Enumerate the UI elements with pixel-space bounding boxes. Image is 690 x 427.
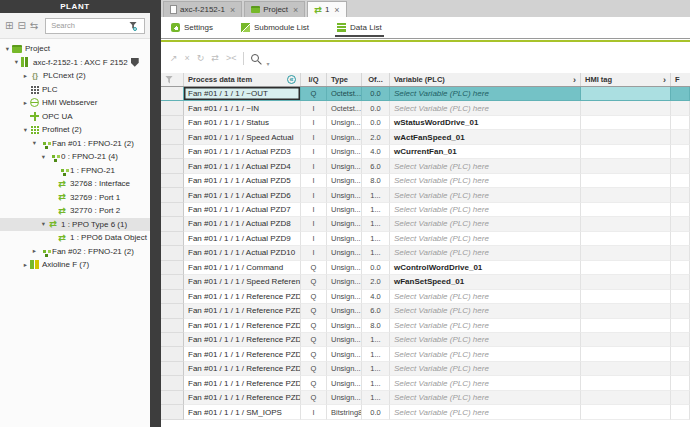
variable-plc-cell[interactable]: Select Variable (PLC) here [390,333,581,347]
type-cell[interactable]: Unsign... [327,376,362,390]
process-data-item-cell[interactable]: Fan #01 / 1 / 1 / Reference PZD5 [184,319,301,333]
process-data-item-cell[interactable]: Fan #01 / 1 / 1 / ~IN [184,101,301,115]
offset-cell[interactable]: 6.0 [362,304,390,318]
tab-1[interactable]: ⇄1× [307,1,346,17]
hmi-tag-cell[interactable] [581,275,671,289]
type-cell[interactable]: Unsign... [327,145,362,159]
search-options-caret-icon[interactable]: ▾ [266,60,269,67]
hmi-tag-cell[interactable] [581,174,671,188]
tree-item-opc-ua[interactable]: OPC UA [0,110,150,124]
type-cell[interactable]: Unsign... [327,116,362,130]
iq-cell[interactable]: I [301,405,327,419]
offset-cell[interactable]: 0.0 [362,87,390,101]
tree-search-input[interactable]: Search [45,18,145,34]
iq-cell[interactable]: Q [301,261,327,275]
type-cell[interactable]: Octetst... [327,101,362,115]
row-header-cell[interactable] [161,275,184,289]
row-header-cell[interactable] [161,246,184,260]
variable-plc-cell[interactable]: Select Variable (PLC) here [390,101,581,115]
panel-splitter[interactable] [150,0,161,427]
hmi-tag-cell[interactable] [581,217,671,231]
iq-cell[interactable]: Q [301,376,327,390]
row-header-cell[interactable] [161,159,184,173]
row-header-cell[interactable] [161,290,184,304]
tree-item-profinet[interactable]: ▾Profinet (2) [0,123,150,137]
offset-cell[interactable]: 1... [362,347,390,361]
row-header-cell[interactable] [161,87,184,101]
type-cell[interactable]: Unsign... [327,174,362,188]
offset-cell[interactable]: 1... [362,232,390,246]
iq-cell[interactable]: I [301,145,327,159]
offset-cell[interactable]: 8.0 [362,319,390,333]
row-header-cell[interactable] [161,376,184,390]
type-cell[interactable]: Octetst... [327,87,362,101]
type-cell[interactable]: Unsign... [327,362,362,376]
offset-cell[interactable]: 8.0 [362,174,390,188]
row-header-cell[interactable] [161,232,184,246]
function-text-cell[interactable] [671,130,690,144]
row-header-cell[interactable] [161,217,184,231]
process-data-item-cell[interactable]: Fan #01 / 1 / 1 / Actual PZD6 [184,188,301,202]
close-icon[interactable]: × [230,5,235,15]
offset-cell[interactable]: 2.0 [362,130,390,144]
tree-item-plcnext[interactable]: ▸{}PLCnext (2) [0,69,150,83]
hmi-tag-cell[interactable] [581,145,671,159]
type-cell[interactable]: Unsign... [327,232,362,246]
variable-plc-cell[interactable]: Select Variable (PLC) here [390,319,581,333]
iq-cell[interactable]: I [301,159,327,173]
variable-plc-cell[interactable]: wStatusWordDrive_01 [390,116,581,130]
expander-icon[interactable]: ▸ [30,247,39,255]
offset-cell[interactable]: 1... [362,188,390,202]
function-text-cell[interactable] [671,232,690,246]
expander-icon[interactable]: ▾ [12,58,21,66]
type-cell[interactable]: Unsign... [327,130,362,144]
function-text-cell[interactable] [671,362,690,376]
variable-plc-cell[interactable]: Select Variable (PLC) here [390,203,581,217]
function-text-cell[interactable] [671,290,690,304]
row-header-cell[interactable] [161,362,184,376]
offset-cell[interactable]: 0.0 [362,405,390,419]
row-header-cell[interactable] [161,145,184,159]
row-header-cell[interactable] [161,203,184,217]
type-cell[interactable]: Unsign... [327,391,362,405]
process-data-item-cell[interactable]: Fan #01 / 1 / 1 / SM_IOPS [184,405,301,419]
variable-plc-cell[interactable]: Select Variable (PLC) here [390,376,581,390]
expander-icon[interactable]: ▾ [39,220,48,228]
hmi-tag-cell[interactable] [581,87,671,101]
iq-cell[interactable]: Q [301,347,327,361]
process-data-item-cell[interactable]: Fan #01 / 1 / 1 / Actual PZD4 [184,159,301,173]
process-data-item-cell[interactable]: Fan #01 / 1 / 1 / Reference PZD7 [184,347,301,361]
function-text-cell[interactable] [671,217,690,231]
type-cell[interactable]: Unsign... [327,319,362,333]
function-text-cell[interactable] [671,145,690,159]
subtab-data-list[interactable]: Data List [337,17,382,38]
collapse-columns-icon[interactable]: « [287,75,296,84]
expand-column-icon[interactable]: › [663,75,666,85]
row-header-cell[interactable] [161,405,184,419]
row-header-cell[interactable] [161,101,184,115]
hmi-tag-cell[interactable] [581,319,671,333]
iq-cell[interactable]: Q [301,391,327,405]
hmi-tag-cell[interactable] [581,333,671,347]
column-header-function-text[interactable]: F [671,73,690,86]
variable-plc-cell[interactable]: Select Variable (PLC) here [390,188,581,202]
process-data-item-cell[interactable]: Fan #01 / 1 / 1 / Actual PZD10 [184,246,301,260]
function-text-cell[interactable] [671,87,690,101]
expand-column-icon[interactable]: › [573,75,576,85]
offset-cell[interactable]: 0.0 [362,101,390,115]
tab-axc-f-2152-1[interactable]: axc-f-2152-1× [163,1,242,17]
iq-cell[interactable]: I [301,188,327,202]
hmi-tag-cell[interactable] [581,362,671,376]
tree-item-ppo6-data-object[interactable]: ⇄1 : PPO6 Data Object [0,231,150,245]
function-text-cell[interactable] [671,159,690,173]
hmi-tag-cell[interactable] [581,391,671,405]
offset-cell[interactable]: 1... [362,246,390,260]
iq-cell[interactable]: Q [301,362,327,376]
expand-all-icon[interactable]: ⊞ [5,21,13,31]
type-cell[interactable]: Bitstring8 [327,405,362,419]
variable-plc-cell[interactable]: wFanSetSpeed_01 [390,275,581,289]
expander-icon[interactable]: ▸ [21,72,30,80]
expander-icon[interactable]: ▸ [21,99,30,107]
process-data-item-cell[interactable]: Fan #01 / 1 / 1 / Speed Actual [184,130,301,144]
process-data-item-cell[interactable]: Fan #01 / 1 / 1 / Reference PZD4 [184,304,301,318]
